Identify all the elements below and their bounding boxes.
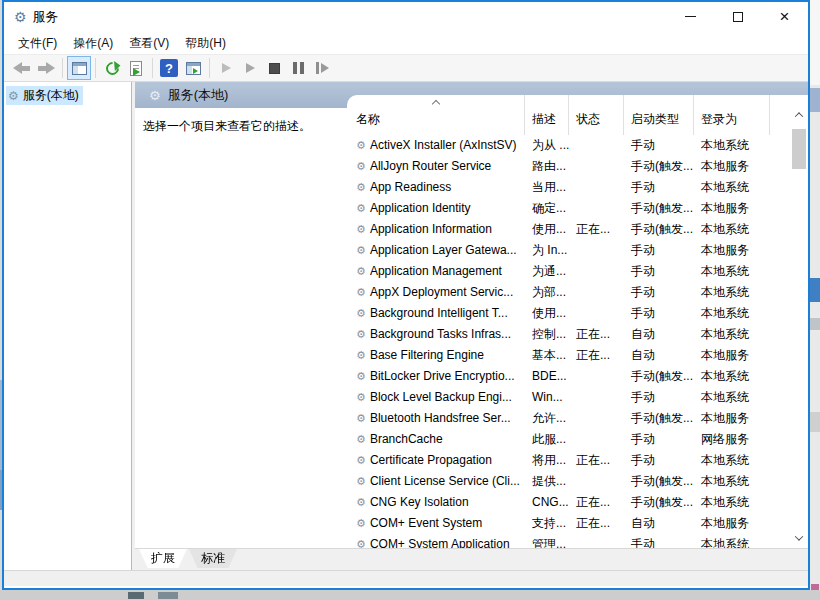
cell <box>569 303 624 324</box>
cell: 手动(触发... <box>624 156 694 177</box>
table-row[interactable]: ⚙COM+ System Application管理...手动本地系统 <box>349 534 791 548</box>
column-header[interactable]: 状态 <box>569 95 624 135</box>
maximize-button[interactable] <box>714 2 761 31</box>
table-row[interactable]: ⚙Block Level Backup Engi...Win...手动本地系统 <box>349 387 791 408</box>
show-console-tree-button[interactable] <box>67 56 91 80</box>
cell: 手动 <box>624 303 694 324</box>
tab-standard[interactable]: 标准 <box>189 549 237 568</box>
export-list-button[interactable] <box>124 56 148 80</box>
refresh-button[interactable] <box>100 56 124 80</box>
cell: 本地系统 <box>694 450 770 471</box>
cell-service-name: ⚙AllJoyn Router Service <box>349 156 525 177</box>
scroll-down-button[interactable] <box>791 530 807 546</box>
table-row[interactable]: ⚙Background Tasks Infras...控制...正在...自动本… <box>349 324 791 345</box>
console-tree-pane: ⚙ 服务(本地) <box>4 82 132 570</box>
cell <box>569 534 624 548</box>
show-action-pane-button[interactable] <box>181 56 205 80</box>
minimize-button[interactable] <box>667 2 714 31</box>
menu-item[interactable]: 操作(A) <box>65 33 121 54</box>
console-body: ⚙ 服务(本地) ⚙ 服务(本地) 选择一个项目来查看它的描述。 名称描述状态启… <box>4 82 808 570</box>
menu-item[interactable]: 文件(F) <box>10 33 65 54</box>
cell-service-name: ⚙Background Intelligent T... <box>349 303 525 324</box>
cell-service-name: ⚙Bluetooth Handsfree Ser... <box>349 408 525 429</box>
table-row[interactable]: ⚙BranchCache此服...手动网络服务 <box>349 429 791 450</box>
tab-extended[interactable]: 扩展 <box>139 549 187 568</box>
cell-service-name: ⚙Application Layer Gatewa... <box>349 240 525 261</box>
table-row[interactable]: ⚙CNG Key IsolationCNG...正在...手动(触发...本地系… <box>349 492 791 513</box>
cell: 本地系统 <box>694 219 770 240</box>
forward-button[interactable] <box>34 56 58 80</box>
table-row[interactable]: ⚙Base Filtering Engine基本...正在...自动本地服务 <box>349 345 791 366</box>
resume-service-button[interactable] <box>238 56 262 80</box>
vertical-scrollbar[interactable] <box>791 107 807 546</box>
start-service-button[interactable] <box>214 56 238 80</box>
table-row[interactable]: ⚙Application Identity确定...手动(触发...本地服务 <box>349 198 791 219</box>
back-button[interactable] <box>10 56 34 80</box>
menu-item[interactable]: 帮助(H) <box>177 33 234 54</box>
cell: 手动(触发... <box>624 219 694 240</box>
tree-item-services-local[interactable]: ⚙ 服务(本地) <box>6 86 83 105</box>
stop-service-button[interactable] <box>262 56 286 80</box>
table-row[interactable]: ⚙Application Management为通...手动本地系统 <box>349 261 791 282</box>
cell: 本地服务 <box>694 345 770 366</box>
cell: 手动 <box>624 240 694 261</box>
pause-service-button[interactable] <box>286 56 310 80</box>
cell-service-name: ⚙Block Level Backup Engi... <box>349 387 525 408</box>
column-header[interactable]: 描述 <box>525 95 569 135</box>
cell-service-name: ⚙Application Management <box>349 261 525 282</box>
service-gear-icon: ⚙ <box>356 538 366 548</box>
column-header[interactable]: 登录为 <box>694 95 770 135</box>
table-row[interactable]: ⚙Certificate Propagation将用...正在...手动本地系统 <box>349 450 791 471</box>
scroll-up-button[interactable] <box>791 107 807 123</box>
table-row[interactable]: ⚙COM+ Event System支持...正在...自动本地服务 <box>349 513 791 534</box>
cell <box>569 387 624 408</box>
table-body: ⚙ActiveX Installer (AxInstSV)为从 ...手动本地系… <box>349 135 791 548</box>
scrollbar-thumb[interactable] <box>792 129 806 169</box>
cell-service-name: ⚙Background Tasks Infras... <box>349 324 525 345</box>
table-row[interactable]: ⚙AllJoyn Router Service路由...手动(触发...本地服务 <box>349 156 791 177</box>
refresh-icon <box>103 59 121 77</box>
cell-service-name: ⚙Client License Service (Cli... <box>349 471 525 492</box>
cell <box>569 261 624 282</box>
service-gear-icon: ⚙ <box>356 412 366 424</box>
cell: 自动 <box>624 324 694 345</box>
service-gear-icon: ⚙ <box>356 370 366 382</box>
title-bar[interactable]: ⚙ 服务 × <box>4 2 808 32</box>
background-window-sliver-right <box>810 0 820 600</box>
service-gear-icon: ⚙ <box>356 244 366 256</box>
play-icon <box>222 63 231 73</box>
table-row[interactable]: ⚙Application Information使用...正在...手动(触发.… <box>349 219 791 240</box>
cell: 支持... <box>525 513 569 534</box>
service-description-pane: 选择一个项目来查看它的描述。 <box>135 108 347 548</box>
close-button[interactable]: × <box>761 2 808 31</box>
service-gear-icon: ⚙ <box>356 202 366 214</box>
table-row[interactable]: ⚙Background Intelligent T...使用...手动本地系统 <box>349 303 791 324</box>
column-header[interactable]: 启动类型 <box>624 95 694 135</box>
table-row[interactable]: ⚙Bluetooth Handsfree Ser...允许...手动(触发...… <box>349 408 791 429</box>
table-row[interactable]: ⚙BitLocker Drive Encryptio...BDE...手动(触发… <box>349 366 791 387</box>
cell: 自动 <box>624 513 694 534</box>
menu-item[interactable]: 查看(V) <box>121 33 177 54</box>
restart-service-button[interactable] <box>310 56 334 80</box>
toolbar-separator <box>62 58 63 78</box>
table-header-row: 名称描述状态启动类型登录为 <box>347 95 808 135</box>
table-row[interactable]: ⚙ActiveX Installer (AxInstSV)为从 ...手动本地系… <box>349 135 791 156</box>
table-row[interactable]: ⚙Application Layer Gatewa...为 In...手动本地服… <box>349 240 791 261</box>
service-gear-icon: ⚙ <box>356 391 366 403</box>
help-button[interactable]: ? <box>157 56 181 80</box>
cell: 本地服务 <box>694 240 770 261</box>
cell: 本地系统 <box>694 282 770 303</box>
services-gear-icon: ⚙ <box>14 10 27 24</box>
play-icon <box>246 63 255 73</box>
cell: 本地系统 <box>694 135 770 156</box>
column-header[interactable]: 名称 <box>349 95 525 135</box>
table-row[interactable]: ⚙AppX Deployment Servic...为部...手动本地系统 <box>349 282 791 303</box>
back-arrow-icon <box>13 61 31 75</box>
cell: 本地服务 <box>694 156 770 177</box>
cell: 网络服务 <box>694 429 770 450</box>
cell-service-name: ⚙AppX Deployment Servic... <box>349 282 525 303</box>
cell: 允许... <box>525 408 569 429</box>
cell: 本地系统 <box>694 366 770 387</box>
table-row[interactable]: ⚙Client License Service (Cli...提供...手动(触… <box>349 471 791 492</box>
table-row[interactable]: ⚙App Readiness当用...手动本地系统 <box>349 177 791 198</box>
